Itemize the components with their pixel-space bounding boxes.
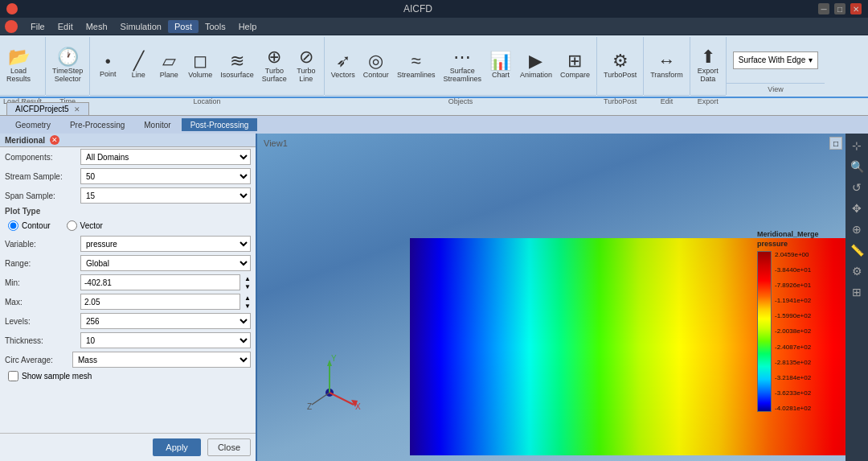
turbo-surface-icon: ⊕ [267, 48, 281, 66]
z-axis-line [312, 393, 330, 405]
export-section-label: Export [690, 95, 726, 107]
apply-button[interactable]: Apply [153, 438, 201, 456]
levels-row: Levels: 256 [0, 311, 256, 331]
turbopost-section-label: TurboPost [597, 95, 643, 107]
transform-button[interactable]: ↔ Transform [647, 39, 686, 93]
menu-file[interactable]: File [24, 20, 51, 33]
menu-simulation[interactable]: Simulation [114, 20, 168, 33]
maximize-button[interactable]: □ [829, 137, 842, 150]
span-sample-row: Span Sample: 15 [0, 186, 256, 205]
plane-button[interactable]: ▱ Plane [154, 39, 183, 93]
contour-radio-label[interactable]: Contour [8, 220, 51, 231]
sidebar-ruler-icon[interactable]: 📏 [848, 241, 866, 259]
animation-button[interactable]: ▶ Animation [517, 39, 555, 93]
meridional-tab-close[interactable]: ✕ [50, 135, 59, 145]
color-legend: Meridional_Merge pressure 2.0459e+00-3.8… [757, 230, 829, 412]
surface-streamlines-button[interactable]: ⋯ SurfaceStreamlines [440, 39, 485, 93]
turbo-surface-button[interactable]: ⊕ TurboSurface [259, 39, 290, 93]
streamlines-button[interactable]: ≈ Streamlines [394, 39, 439, 93]
turbopost-button[interactable]: ⚙ TurboPost [600, 39, 640, 93]
export-data-button[interactable]: ⬆ ExportData [694, 39, 723, 93]
legend-value: -2.4087e+02 [775, 344, 811, 351]
point-button[interactable]: • Point [93, 39, 122, 93]
minimize-button[interactable]: ─ [818, 3, 829, 14]
meridional-tab-label: Meridional [5, 136, 45, 145]
close-panel-button[interactable]: Close [207, 438, 251, 456]
stream-sample-select[interactable]: 50 [80, 168, 251, 184]
circ-average-select[interactable]: Mass [72, 352, 251, 368]
axis-svg: Y X Z [305, 348, 370, 413]
menu-help[interactable]: Help [232, 20, 264, 33]
thickness-label: Thickness: [5, 336, 77, 345]
transform-icon: ↔ [658, 52, 676, 70]
sidebar-fit-icon[interactable]: ⊕ [848, 220, 866, 238]
restore-button[interactable]: □ [834, 3, 845, 14]
tab-post-processing[interactable]: Post-Processing [182, 118, 258, 131]
max-spinner-up[interactable]: ▲▼ [244, 294, 251, 310]
max-input[interactable] [80, 294, 240, 310]
menu-logo [5, 20, 18, 33]
range-select[interactable]: Global [80, 255, 251, 271]
levels-select[interactable]: 256 [80, 313, 251, 329]
volume-button[interactable]: ◻ Volume [185, 39, 215, 93]
tab-geometry[interactable]: Geometry [6, 118, 59, 131]
thickness-select[interactable]: 10 [80, 332, 251, 348]
isosurface-button[interactable]: ≋ Isosurface [217, 39, 257, 93]
range-label: Range: [5, 259, 77, 268]
show-mesh-checkbox[interactable] [8, 371, 18, 381]
turbo-line-button[interactable]: ⊘ TurboLine [292, 39, 321, 93]
span-sample-select[interactable]: 15 [80, 187, 251, 204]
sidebar-zoom-icon[interactable]: 🔍 [848, 158, 866, 175]
menu-post[interactable]: Post [168, 20, 199, 33]
contour-radio[interactable] [8, 220, 18, 231]
menu-mesh[interactable]: Mesh [80, 20, 114, 33]
menu-tools[interactable]: Tools [199, 20, 232, 33]
range-row: Range: Global [0, 253, 256, 273]
circ-average-row: Circ Average: Mass [0, 350, 256, 369]
variable-row: Variable: pressure [0, 234, 256, 253]
legend-value: -3.2184e+02 [775, 374, 811, 381]
timestep-icon: 🕐 [57, 48, 79, 66]
vector-radio[interactable] [67, 220, 77, 231]
stream-sample-row: Stream Sample: 50 [0, 167, 256, 186]
tab-monitor[interactable]: Monitor [135, 118, 179, 131]
compare-button[interactable]: ⊞ Compare [557, 39, 593, 93]
timestep-selector-button[interactable]: 🕐 TimeStepSelector [49, 39, 86, 93]
contour-button[interactable]: ◎ Contour [360, 39, 392, 93]
sidebar-pan-icon[interactable]: ✥ [848, 200, 866, 217]
max-label: Max: [5, 298, 77, 307]
project-tab[interactable]: AICFDProject5 ✕ [6, 102, 89, 115]
vector-radio-label[interactable]: Vector [67, 220, 103, 231]
menu-edit[interactable]: Edit [51, 20, 80, 33]
sidebar-settings-icon[interactable]: ⚙ [848, 262, 866, 280]
view-label: View1 [264, 138, 288, 148]
line-button[interactable]: ╱ Line [124, 39, 153, 93]
load-results-button[interactable]: 📂 LoadResults [3, 39, 34, 93]
legend-value: -2.8135e+02 [775, 359, 811, 366]
levels-label: Levels: [5, 317, 77, 326]
components-select[interactable]: All Domains [80, 149, 251, 165]
right-sidebar: ⊹ 🔍 ↺ ✥ ⊕ 📏 ⚙ ⊞ [845, 134, 868, 461]
contour-radio-text: Contour [22, 221, 51, 230]
chart-icon: 📊 [489, 52, 511, 70]
vectors-button[interactable]: ➶ Vectors [328, 39, 358, 93]
thickness-row: Thickness: 10 [0, 331, 256, 350]
close-button[interactable]: ✕ [850, 3, 862, 14]
app-logo [6, 3, 18, 14]
sidebar-cursor-icon[interactable]: ⊹ [848, 137, 866, 154]
project-tab-close[interactable]: ✕ [74, 105, 80, 113]
min-spinner-up[interactable]: ▲▼ [244, 275, 251, 290]
legend-title-line1: Meridional_Merge [757, 230, 829, 238]
legend-value: -1.5990e+02 [775, 312, 811, 319]
view-dropdown[interactable]: Surface With Edge ▾ [733, 51, 818, 69]
variable-select[interactable]: pressure [80, 236, 251, 252]
chart-button[interactable]: 📊 Chart [486, 39, 515, 93]
sidebar-grid-icon[interactable]: ⊞ [848, 283, 866, 301]
max-row: Max: ▲▼ [0, 292, 256, 311]
sidebar-rotate-icon[interactable]: ↺ [848, 179, 866, 196]
min-input[interactable] [80, 274, 240, 290]
edit-section-label: Edit [644, 95, 690, 107]
view-dropdown-label: Surface With Edge [739, 56, 805, 64]
show-mesh-row: Show sample mesh [0, 369, 256, 383]
tab-pre-processing[interactable]: Pre-Processing [61, 118, 133, 131]
